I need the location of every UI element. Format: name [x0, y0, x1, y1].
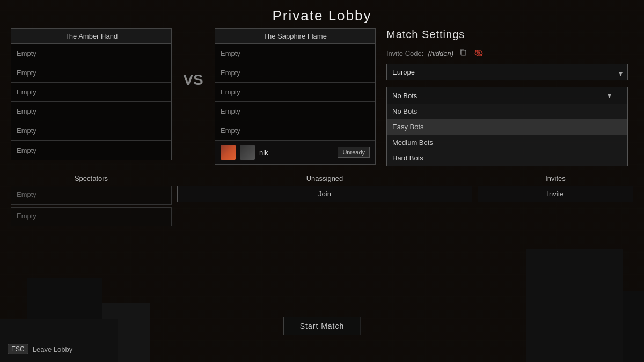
- spectators-title: Spectators: [11, 174, 172, 182]
- invites-title: Invites: [478, 174, 633, 182]
- settings-title: Match Settings: [386, 28, 628, 41]
- invite-code-row: Invite Code: (hidden): [386, 48, 628, 58]
- bots-dropdown-menu: No Bots Easy Bots Medium Bots Hard Bots: [386, 104, 628, 166]
- team1-slot-3[interactable]: Empty: [11, 83, 171, 102]
- unassigned-section: Unassigned Join: [177, 174, 472, 202]
- page-title: Private Lobby: [11, 5, 633, 24]
- bots-option-medium-bots[interactable]: Medium Bots: [387, 135, 627, 150]
- copy-invite-button[interactable]: [458, 48, 469, 58]
- bots-selected-label: No Bots: [392, 92, 417, 100]
- team1-slot-5[interactable]: Empty: [11, 121, 171, 141]
- unready-button[interactable]: Unready: [338, 147, 370, 158]
- region-dropdown-wrapper: Europe North America Asia South America: [386, 64, 628, 83]
- join-button[interactable]: Join: [177, 186, 472, 202]
- bots-dropdown-wrapper: No Bots ▾ No Bots Easy Bots Medium Bots …: [386, 87, 628, 104]
- bots-chevron-icon: ▾: [608, 91, 611, 100]
- team2-slot-4[interactable]: Empty: [215, 102, 375, 121]
- team2-slot-5[interactable]: Empty: [215, 121, 375, 141]
- bots-option-easy-bots[interactable]: Easy Bots: [387, 119, 627, 135]
- bots-option-no-bots[interactable]: No Bots: [387, 104, 627, 119]
- team2-header: The Sapphire Flame: [215, 29, 375, 44]
- unassigned-title: Unassigned: [177, 174, 472, 182]
- team1-header: The Amber Hand: [11, 29, 171, 44]
- invite-code-value: (hidden): [428, 49, 453, 57]
- team2-slot-1[interactable]: Empty: [215, 44, 375, 63]
- player-name: nik: [259, 149, 268, 157]
- bots-option-hard-bots[interactable]: Hard Bots: [387, 150, 627, 166]
- spectator-slot-2[interactable]: Empty: [11, 207, 172, 226]
- invite-button[interactable]: Invite: [478, 186, 633, 202]
- player-avatar-1: [221, 145, 236, 160]
- team2-slot-3[interactable]: Empty: [215, 83, 375, 102]
- team2-slot-6[interactable]: nik Unready: [215, 141, 375, 164]
- invites-section: Invites Invite: [478, 174, 633, 202]
- region-dropdown[interactable]: Europe North America Asia South America: [386, 64, 628, 80]
- team1-slot-1[interactable]: Empty: [11, 44, 171, 63]
- vs-label: VS: [177, 28, 209, 88]
- team2-panel: The Sapphire Flame Empty Empty Empty Emp…: [215, 28, 376, 165]
- spectator-slot-1[interactable]: Empty: [11, 186, 172, 205]
- spectators-section: Spectators Empty Empty: [11, 174, 172, 228]
- team1-slot-6[interactable]: Empty: [11, 141, 171, 160]
- svg-rect-0: [461, 50, 466, 55]
- team1-panel: The Amber Hand Empty Empty Empty Empty E…: [11, 28, 172, 160]
- team2-slot-2[interactable]: Empty: [215, 63, 375, 83]
- invite-code-label: Invite Code:: [386, 49, 423, 57]
- hide-invite-button[interactable]: [473, 49, 485, 58]
- match-settings-panel: Match Settings Invite Code: (hidden): [381, 28, 633, 108]
- team1-slot-4[interactable]: Empty: [11, 102, 171, 121]
- team1-slot-2[interactable]: Empty: [11, 63, 171, 83]
- bots-dropdown-trigger[interactable]: No Bots ▾: [386, 87, 628, 104]
- player-avatar-2: [240, 145, 255, 160]
